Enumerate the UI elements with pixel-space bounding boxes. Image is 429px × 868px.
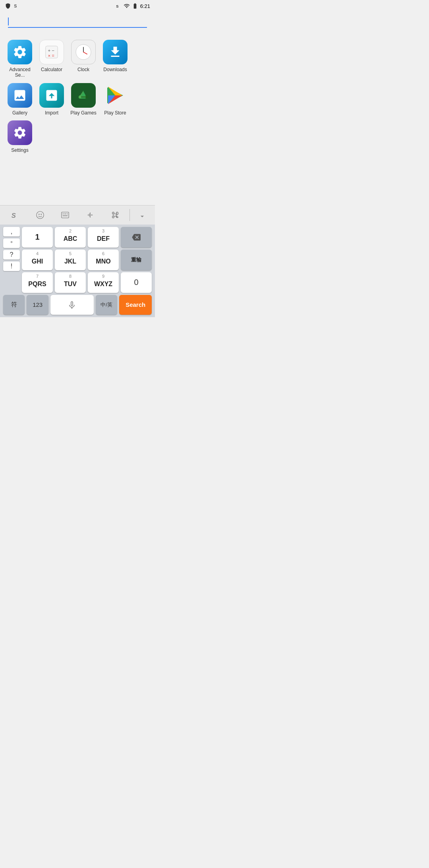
key-9wxyz[interactable]: 9 WXYZ [88, 272, 119, 293]
import-icon [39, 83, 64, 108]
key-delete[interactable] [121, 227, 152, 248]
play-store-label: Play Store [104, 110, 126, 116]
key-5jkl[interactable]: 5 JKL [55, 250, 86, 270]
svg-rect-12 [81, 96, 86, 98]
key-123-label: 123 [33, 301, 43, 308]
key-2abc[interactable]: 2 ABC [55, 227, 86, 248]
advanced-settings-label: Advanced Se... [6, 67, 33, 78]
time-display: 6:21 [140, 3, 150, 9]
app-clock[interactable]: Clock [70, 40, 97, 78]
lang-label: 中/英 [100, 301, 112, 308]
svg-rect-27 [63, 215, 68, 216]
app-gallery[interactable]: Gallery [6, 83, 33, 116]
svg-text:×  =: × = [48, 53, 55, 58]
key-0-label: 0 [134, 278, 138, 287]
settings-label: Settings [11, 147, 28, 153]
svg-rect-25 [64, 213, 66, 214]
key-2-num: 2 [69, 229, 72, 233]
swype-s-icon: S [116, 3, 122, 9]
key-8tuv[interactable]: 8 TUV [55, 272, 86, 293]
downloads-icon [103, 40, 128, 64]
key-lang[interactable]: 中/英 [96, 295, 117, 315]
cursor [8, 17, 9, 25]
play-games-icon [71, 83, 96, 108]
key-6mno[interactable]: 6 MNO [88, 250, 119, 270]
keyboard-toolbar: S I [0, 205, 155, 225]
key-symbols[interactable]: 符 [3, 295, 25, 315]
symbols-label: 符 [11, 301, 17, 308]
play-games-label: Play Games [70, 110, 96, 116]
calculator-label: Calculator [41, 67, 62, 72]
key-2-letters: ABC [64, 235, 77, 242]
app-downloads[interactable]: Downloads [102, 40, 129, 78]
gallery-icon [8, 83, 32, 108]
search-bar-container [0, 11, 155, 32]
key-reenter[interactable]: 重输 [121, 250, 152, 270]
key-3def[interactable]: 3 DEF [88, 227, 119, 248]
status-left-icons: S [5, 3, 20, 9]
swype-logo-btn[interactable]: S [3, 208, 27, 222]
svg-text:S: S [12, 212, 16, 219]
battery-icon [131, 3, 139, 9]
status-right-icons: S 6:21 [116, 3, 150, 9]
mic-icon [67, 300, 77, 310]
key-1-label: 1 [35, 232, 39, 242]
svg-point-21 [39, 213, 40, 215]
clock-label: Clock [77, 67, 89, 72]
settings-icon [8, 120, 32, 145]
key-3-letters: DEF [97, 235, 110, 242]
app-settings[interactable]: Settings [6, 120, 33, 153]
keyboard: , ° ? ! 1 2 ABC 3 DEF [0, 225, 155, 317]
backspace-icon [132, 233, 141, 242]
downloads-label: Downloads [103, 67, 127, 72]
key-0[interactable]: 0 [121, 272, 152, 293]
key-comma[interactable]: , [3, 227, 20, 236]
svg-text:S: S [14, 4, 17, 8]
app-grid: Advanced Se... + − × = Calculator Clock [0, 32, 155, 157]
cursor-move-btn[interactable]: I [78, 208, 102, 222]
gallery-label: Gallery [12, 110, 27, 116]
svg-rect-23 [62, 212, 69, 218]
key-search[interactable]: Search [119, 295, 152, 315]
emoji-btn[interactable] [28, 208, 52, 222]
key-7pqrs[interactable]: 7 PQRS [22, 272, 53, 293]
svg-rect-24 [63, 213, 64, 214]
svg-rect-26 [67, 213, 68, 214]
svg-text:S: S [116, 4, 118, 8]
keyboard-collapse-btn[interactable] [132, 208, 152, 222]
app-advanced-settings[interactable]: Advanced Se... [6, 40, 33, 78]
advanced-settings-icon [8, 40, 32, 64]
shield-icon [5, 3, 11, 9]
key-degree[interactable]: ° [3, 238, 20, 248]
key-3-num: 3 [102, 229, 104, 233]
keyboard-layout-btn[interactable] [53, 208, 77, 222]
command-btn[interactable] [103, 208, 127, 222]
key-exclaim[interactable]: ! [3, 262, 20, 271]
import-label: Import [45, 110, 58, 116]
svg-point-22 [41, 213, 42, 215]
key-4ghi[interactable]: 4 GHI [22, 250, 53, 270]
key-123[interactable]: 123 [27, 295, 48, 315]
app-play-games[interactable]: Play Games [70, 83, 97, 116]
toolbar-separator [129, 209, 130, 221]
search-key-label: Search [126, 301, 145, 308]
app-import[interactable]: Import [38, 83, 65, 116]
svg-point-20 [37, 211, 44, 218]
key-1[interactable]: 1 [22, 227, 53, 248]
app-play-store[interactable]: Play Store [102, 83, 129, 116]
key-mic[interactable] [50, 295, 94, 315]
play-store-icon [103, 83, 128, 108]
clock-icon [71, 40, 96, 64]
swype-icon: S [14, 3, 20, 9]
status-bar: S S 6:21 [0, 0, 155, 11]
app-calculator[interactable]: + − × = Calculator [38, 40, 65, 78]
key-question[interactable]: ? [3, 250, 20, 260]
svg-text:+  −: + − [48, 48, 55, 53]
reenter-label: 重输 [131, 256, 141, 264]
calculator-icon: + − × = [39, 40, 64, 64]
wifi-icon [124, 3, 130, 9]
